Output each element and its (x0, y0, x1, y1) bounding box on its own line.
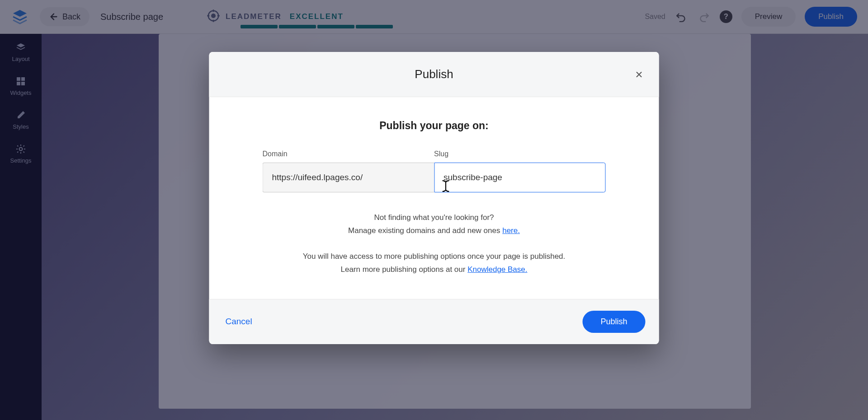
helper-line-3: You will have access to more publishing … (263, 250, 606, 263)
close-icon (635, 70, 644, 79)
cancel-button[interactable]: Cancel (223, 312, 255, 331)
modal-publish-button[interactable]: Publish (582, 311, 645, 333)
slug-field: Slug (434, 150, 606, 192)
helper-text-block-1: Not finding what you're looking for? Man… (263, 211, 606, 238)
domain-field: Domain (263, 150, 434, 192)
slug-label: Slug (434, 150, 606, 158)
helper-line-4: Learn more publishing options at our Kno… (263, 263, 606, 276)
manage-domains-link[interactable]: here. (502, 226, 520, 235)
domain-input[interactable] (263, 163, 434, 192)
modal-close-button[interactable] (633, 68, 646, 81)
modal-header: Publish (209, 52, 659, 97)
helper-text-block-2: You will have access to more publishing … (263, 250, 606, 276)
modal-footer: Cancel Publish (209, 299, 659, 344)
publish-modal: Publish Publish your page on: Domain Slu… (209, 52, 659, 344)
modal-subtitle: Publish your page on: (263, 120, 606, 132)
domain-label: Domain (263, 150, 434, 158)
modal-body: Publish your page on: Domain Slug Not fi… (209, 97, 659, 299)
knowledge-base-link[interactable]: Knowledge Base. (467, 265, 527, 274)
helper-line-2: Manage existing domains and add new ones… (263, 224, 606, 238)
modal-title: Publish (415, 67, 453, 81)
slug-input[interactable] (434, 163, 606, 192)
helper-line-1: Not finding what you're looking for? (263, 211, 606, 224)
url-field-row: Domain Slug (263, 150, 606, 192)
